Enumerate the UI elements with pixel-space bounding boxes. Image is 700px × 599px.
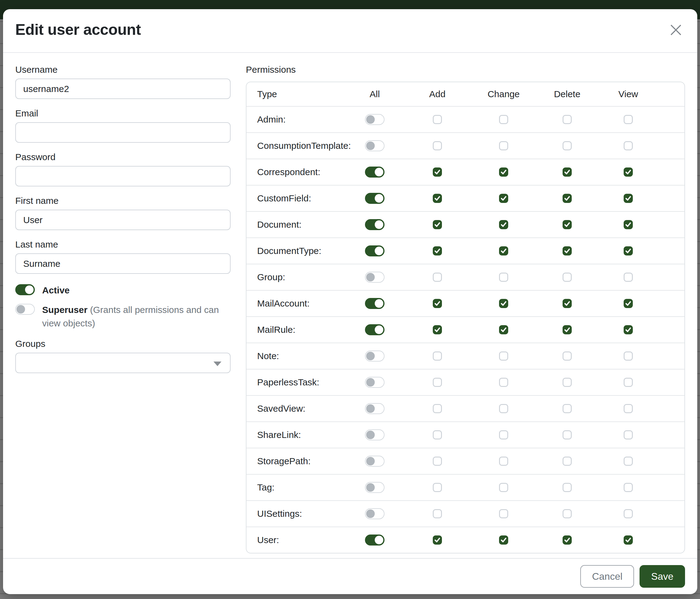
permission-all-toggle[interactable] (365, 272, 384, 283)
permission-add-checkbox[interactable] (433, 483, 442, 492)
permission-change-checkbox[interactable] (499, 535, 508, 545)
permission-all-toggle[interactable] (365, 508, 384, 519)
permission-all-toggle[interactable] (365, 193, 384, 204)
last-name-field[interactable] (15, 253, 231, 274)
permission-view-checkbox[interactable] (624, 194, 633, 203)
email-field[interactable] (15, 122, 231, 143)
permission-delete-checkbox[interactable] (562, 404, 572, 413)
permission-view-checkbox[interactable] (624, 246, 633, 256)
permission-change-checkbox[interactable] (499, 272, 508, 282)
permission-change-checkbox[interactable] (499, 246, 508, 256)
permission-delete-checkbox[interactable] (562, 352, 572, 361)
permission-view-checkbox[interactable] (624, 483, 633, 492)
permission-all-toggle[interactable] (365, 324, 384, 335)
permission-view-checkbox[interactable] (624, 404, 633, 413)
permission-add-checkbox[interactable] (433, 404, 442, 413)
permission-view-checkbox[interactable] (624, 509, 633, 518)
permission-add-checkbox[interactable] (433, 378, 442, 387)
permission-all-toggle[interactable] (365, 482, 384, 493)
permission-delete-checkbox[interactable] (562, 509, 572, 518)
permission-all-toggle[interactable] (365, 403, 384, 414)
permission-all-toggle[interactable] (365, 140, 384, 151)
permission-delete-checkbox[interactable] (562, 483, 572, 492)
permission-change-checkbox[interactable] (499, 457, 508, 466)
permission-add-checkbox[interactable] (433, 509, 442, 518)
permission-delete-checkbox[interactable] (562, 430, 572, 439)
permission-add-checkbox[interactable] (433, 167, 442, 177)
permission-change-checkbox[interactable] (499, 141, 508, 150)
permission-delete-checkbox[interactable] (562, 194, 572, 203)
permission-all-toggle[interactable] (365, 219, 384, 230)
username-input[interactable] (15, 78, 231, 99)
permission-all-toggle[interactable] (365, 456, 384, 467)
groups-select[interactable] (15, 353, 231, 373)
permission-add-checkbox[interactable] (433, 272, 442, 282)
permission-change-checkbox[interactable] (499, 194, 508, 203)
superuser-toggle[interactable] (15, 304, 35, 315)
permission-add-checkbox[interactable] (433, 220, 442, 229)
permission-view-checkbox[interactable] (624, 535, 633, 545)
permission-view-checkbox[interactable] (624, 167, 633, 177)
permission-all-toggle[interactable] (365, 429, 384, 440)
permission-delete-checkbox[interactable] (562, 535, 572, 545)
permission-change-checkbox[interactable] (499, 483, 508, 492)
permission-delete-checkbox[interactable] (562, 115, 572, 124)
password-field[interactable] (15, 166, 231, 186)
permission-add-checkbox[interactable] (433, 246, 442, 256)
permission-add-checkbox[interactable] (433, 194, 442, 203)
permission-change-checkbox[interactable] (499, 430, 508, 439)
permission-change-checkbox[interactable] (499, 509, 508, 518)
permission-change-checkbox[interactable] (499, 378, 508, 387)
permission-change-checkbox[interactable] (499, 352, 508, 361)
permission-add-checkbox[interactable] (433, 325, 442, 334)
permission-all-toggle[interactable] (365, 167, 384, 177)
permission-change-checkbox[interactable] (499, 115, 508, 124)
permission-delete-checkbox[interactable] (562, 325, 572, 334)
column-header-all: All (370, 89, 380, 99)
permission-all-toggle[interactable] (365, 351, 384, 362)
permission-delete-checkbox[interactable] (562, 378, 572, 387)
checkmark-icon (625, 221, 632, 228)
permission-view-checkbox[interactable] (624, 325, 633, 334)
permission-all-toggle[interactable] (365, 534, 384, 546)
permission-view-checkbox[interactable] (624, 220, 633, 229)
permission-view-checkbox[interactable] (624, 457, 633, 466)
permission-add-checkbox[interactable] (433, 457, 442, 466)
permission-change-checkbox[interactable] (499, 167, 508, 177)
permission-view-checkbox[interactable] (624, 378, 633, 387)
permission-view-checkbox[interactable] (624, 299, 633, 308)
permission-all-toggle[interactable] (365, 114, 384, 125)
cancel-button[interactable]: Cancel (580, 565, 634, 588)
permission-view-checkbox[interactable] (624, 352, 633, 361)
permission-change-checkbox[interactable] (499, 220, 508, 229)
permission-view-checkbox[interactable] (624, 141, 633, 150)
permission-add-checkbox[interactable] (433, 115, 442, 124)
close-button[interactable] (667, 21, 685, 40)
toggle-knob (375, 299, 383, 308)
permission-all-toggle[interactable] (365, 377, 384, 388)
save-button[interactable]: Save (640, 565, 685, 588)
permission-add-checkbox[interactable] (433, 141, 442, 150)
permission-change-checkbox[interactable] (499, 299, 508, 308)
permission-all-toggle[interactable] (365, 298, 384, 309)
permission-add-checkbox[interactable] (433, 352, 442, 361)
permission-delete-checkbox[interactable] (562, 457, 572, 466)
permission-delete-checkbox[interactable] (562, 272, 572, 282)
first-name-field[interactable] (15, 210, 231, 230)
active-toggle[interactable] (15, 284, 35, 295)
permission-add-checkbox[interactable] (433, 535, 442, 545)
permission-view-checkbox[interactable] (624, 272, 633, 282)
permission-view-checkbox[interactable] (624, 430, 633, 439)
permission-all-toggle[interactable] (365, 245, 384, 257)
permission-change-checkbox[interactable] (499, 325, 508, 334)
permission-add-checkbox[interactable] (433, 299, 442, 308)
permission-delete-checkbox[interactable] (562, 220, 572, 229)
permission-change-checkbox[interactable] (499, 404, 508, 413)
permission-type-label: PaperlessTask: (257, 377, 319, 387)
permission-add-checkbox[interactable] (433, 430, 442, 439)
permission-view-checkbox[interactable] (624, 115, 633, 124)
permission-delete-checkbox[interactable] (562, 141, 572, 150)
permission-delete-checkbox[interactable] (562, 246, 572, 256)
permission-delete-checkbox[interactable] (562, 167, 572, 177)
permission-delete-checkbox[interactable] (562, 299, 572, 308)
